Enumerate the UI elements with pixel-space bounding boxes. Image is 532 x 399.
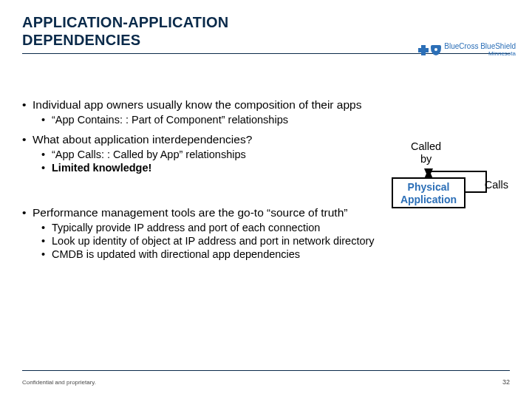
bullet-3a: Typically provide IP address and port of…: [52, 222, 320, 233]
title-line2: DEPENDENCIES: [22, 32, 140, 48]
footer-rule: [22, 370, 510, 371]
bullet-1: Individual app owners usually know the c…: [33, 98, 361, 112]
logo-text: BlueCross BlueShield Minnesota: [444, 43, 516, 57]
physical-application-box: Physical Application: [392, 177, 466, 208]
bullet-2: What about application interdependencies…: [33, 133, 252, 146]
bullet-3c: CMDB is updated with directional app dep…: [52, 248, 300, 260]
bullet-3b: Look up identity of object at IP address…: [52, 235, 375, 247]
bullet-2b: Limited knowledge!: [52, 162, 151, 174]
dependency-diagram: Called by Physical Application Calls: [353, 140, 508, 222]
logo-marks: [418, 45, 441, 55]
title-line1: APPLICATION-APPLICATION: [22, 14, 228, 30]
page-number: 32: [502, 378, 510, 386]
cross-icon: [418, 45, 429, 55]
brand-logo: BlueCross BlueShield Minnesota: [418, 43, 516, 57]
logo-main: BlueCross BlueShield: [444, 43, 516, 50]
bullet-3: Performance management tools are the go-…: [33, 206, 347, 219]
bullet-1a: “App Contains: : Part of Component” rela…: [52, 114, 288, 126]
calls-label: Calls: [485, 179, 508, 191]
logo-sub: Minnesota: [444, 51, 516, 57]
shield-icon: [431, 45, 441, 55]
bullet-2a: “App Calls: : Called by App” relationshi…: [52, 149, 246, 160]
footer-text: Confidential and proprietary.: [22, 379, 96, 386]
called-by-label: Called by: [411, 140, 441, 165]
